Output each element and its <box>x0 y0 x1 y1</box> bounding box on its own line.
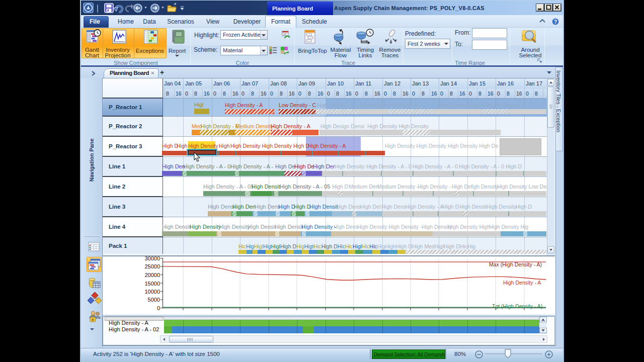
svg-text:?: ? <box>554 19 557 25</box>
